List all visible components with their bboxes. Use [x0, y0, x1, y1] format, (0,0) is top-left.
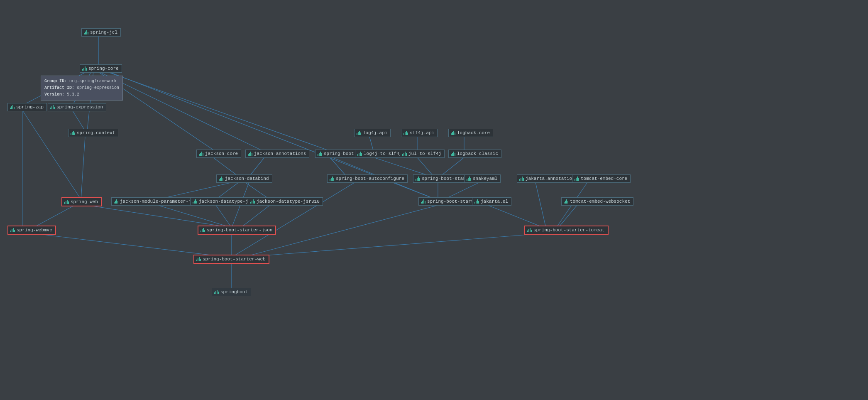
node-spring-boot-autoconfigure[interactable]: spring-boot-autoconfigure: [327, 174, 408, 183]
node-icon: [50, 105, 55, 109]
node-log4j-api[interactable]: log4j-api: [354, 129, 391, 137]
svg-line-17: [216, 205, 232, 228]
node-icon: [575, 177, 579, 181]
node-tomcat-embed-websocket[interactable]: tomcat-embed-websocket: [561, 197, 633, 206]
node-icon: [193, 199, 197, 204]
tooltip-version-value: 5.3.2: [67, 92, 79, 97]
node-label: spring-webmvc: [17, 228, 52, 233]
svg-line-5: [98, 71, 264, 152]
svg-line-39: [106, 71, 332, 152]
svg-line-16: [158, 205, 232, 228]
node-jackson-databind[interactable]: jackson-databind: [216, 174, 272, 183]
node-label: logback-classic: [457, 151, 498, 156]
node-label: spring-boot-autoconfigure: [336, 176, 404, 181]
node-label: jackson-core: [205, 151, 238, 156]
node-icon: [451, 131, 455, 135]
svg-line-35: [558, 205, 577, 228]
svg-line-11: [213, 157, 239, 177]
node-icon: [10, 105, 15, 109]
node-spring-web[interactable]: spring-web: [61, 197, 102, 206]
node-icon: [200, 228, 205, 232]
node-label: spring-expression: [56, 105, 103, 110]
node-label: spring-boot: [324, 151, 354, 156]
node-icon: [248, 152, 252, 156]
node-spring-boot-starter-tomcat[interactable]: spring-boot-starter-tomcat: [524, 226, 609, 235]
node-spring-boot-starter-web[interactable]: spring-boot-starter-web: [193, 255, 269, 264]
node-icon: [71, 131, 75, 135]
node-log4j-to-slf4j[interactable]: log4j-to-slf4j: [355, 150, 405, 158]
node-label: tomcat-embed-websocket: [570, 199, 630, 204]
node-label: slf4j-api: [410, 130, 434, 135]
node-label: jul-to-slf4j: [408, 151, 441, 156]
svg-line-9: [87, 205, 232, 228]
node-icon: [527, 228, 532, 232]
node-label: spring-core: [88, 66, 119, 71]
node-icon: [199, 152, 203, 156]
node-icon: [64, 200, 69, 204]
node-spring-jcl[interactable]: spring-jcl: [81, 28, 121, 37]
node-icon: [416, 177, 420, 181]
node-icon: [474, 199, 479, 204]
node-icon: [84, 30, 88, 34]
node-label: logback-core: [457, 130, 490, 135]
node-logback-classic[interactable]: logback-classic: [448, 150, 501, 158]
node-icon: [564, 199, 568, 204]
node-label: jakarta.el: [481, 199, 508, 204]
node-spring-core[interactable]: spring-core: [80, 64, 122, 73]
node-label: spring-boot-starter: [427, 199, 479, 204]
node-jackson-annotations[interactable]: jackson-annotations: [245, 150, 309, 158]
svg-line-28: [440, 157, 464, 177]
node-label: spring-boot-starter-tomcat: [533, 228, 605, 233]
node-logback-core[interactable]: logback-core: [448, 129, 493, 137]
node-icon: [519, 177, 524, 181]
node-snakeyaml[interactable]: snakeyaml: [464, 174, 501, 183]
node-icon: [357, 152, 362, 156]
node-spring-zap[interactable]: spring-zap: [7, 103, 47, 111]
tooltip-group-id-label: Group ID:: [44, 79, 67, 83]
node-icon: [421, 199, 425, 204]
node-label: spring-boot-starter-json: [207, 228, 272, 233]
svg-line-27: [417, 157, 434, 177]
svg-line-26: [374, 157, 432, 177]
node-slf4j-api[interactable]: slf4j-api: [401, 129, 438, 137]
svg-line-32: [488, 205, 544, 228]
node-spring-expression[interactable]: spring-expression: [48, 103, 106, 111]
node-jackson-core[interactable]: jackson-core: [196, 150, 241, 158]
svg-line-6: [73, 111, 85, 131]
node-icon: [196, 257, 201, 261]
node-label: spring-jcl: [90, 30, 117, 35]
node-spring-webmvc[interactable]: spring-webmvc: [7, 226, 56, 235]
node-jakarta-el[interactable]: jakarta.el: [472, 197, 511, 206]
tooltip-group-id-value: org.springframework: [69, 79, 117, 83]
tooltip-artifact-id-value: spring-expression: [77, 86, 119, 90]
node-icon: [219, 177, 223, 181]
node-jackson-datatype-jsr310[interactable]: jackson-datatype-jsr310: [248, 197, 323, 206]
svg-line-14: [216, 182, 239, 199]
node-label: spring-context: [77, 130, 115, 135]
svg-line-30: [444, 182, 479, 199]
node-label: springboot: [220, 290, 248, 294]
node-icon: [357, 131, 361, 135]
node-tooltip: Group ID: org.springframework Artifact I…: [41, 76, 123, 101]
node-icon: [318, 152, 322, 156]
node-icon: [330, 177, 334, 181]
node-label: spring-zap: [16, 105, 44, 110]
node-jul-to-slf4j[interactable]: jul-to-slf4j: [400, 150, 445, 158]
node-springboot[interactable]: springboot: [212, 288, 251, 296]
svg-line-12: [249, 157, 264, 177]
svg-line-13: [158, 182, 232, 199]
svg-line-10: [33, 233, 224, 257]
svg-line-41: [23, 111, 81, 199]
node-icon: [114, 199, 118, 204]
svg-line-20: [330, 157, 347, 177]
svg-line-33: [535, 182, 546, 228]
svg-line-37: [249, 233, 544, 257]
node-label: jackson-databind: [225, 176, 269, 181]
dependency-graph: spring-jcl spring-core Group ID: org.spr…: [0, 0, 868, 400]
node-icon: [402, 152, 407, 156]
node-spring-context[interactable]: spring-context: [68, 129, 118, 137]
node-spring-boot-starter-json[interactable]: spring-boot-starter-json: [198, 226, 276, 235]
node-tomcat-embed-core[interactable]: tomcat-embed-core: [572, 174, 631, 183]
node-spring-boot[interactable]: spring-boot: [315, 150, 357, 158]
node-label: spring-boot-starter-web: [203, 257, 266, 262]
